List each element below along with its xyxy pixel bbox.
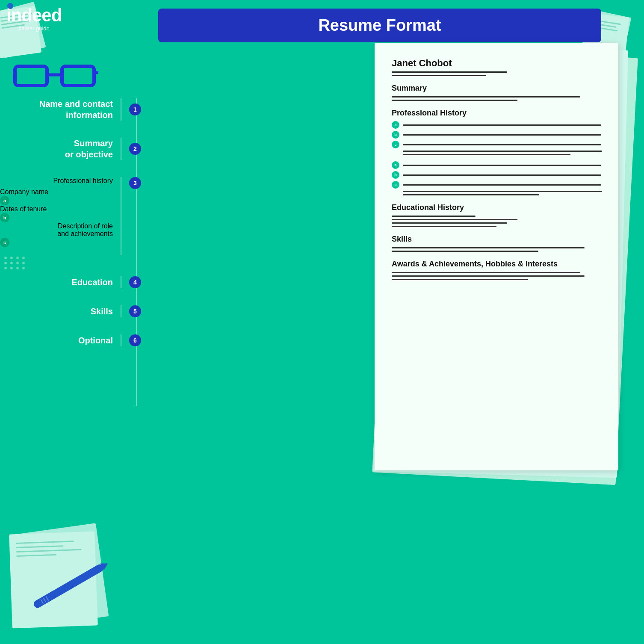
sidebar-sub-badge-c: c: [0, 238, 9, 247]
resume-edu-line3: [392, 222, 507, 224]
resume-section-awards: Awards & Achievements, Hobbies & Interes…: [392, 260, 601, 269]
resume-awards-line2: [392, 275, 585, 277]
sidebar-divider-5: [121, 305, 121, 317]
sidebar-label-optional: Optional: [78, 335, 113, 346]
resume-bullet-line-2c: [403, 184, 601, 186]
sidebar: Name and contact information 1 Summary o…: [0, 98, 141, 363]
resume-name-line1: [392, 71, 507, 73]
sidebar-label-skills: Skills: [91, 306, 113, 317]
sidebar-sub-badge-b: b: [0, 213, 9, 222]
sidebar-sub-company: Company name a: [0, 188, 113, 205]
sidebar-divider-2: [121, 138, 121, 160]
resume-summary-line2: [392, 100, 517, 101]
sidebar-badge-5: 5: [129, 305, 141, 317]
sidebar-divider-4: [121, 276, 121, 288]
sidebar-divider-3: [121, 177, 121, 255]
svg-rect-1: [62, 66, 94, 86]
resume-bullet-line-2b: [403, 174, 601, 176]
sidebar-sub-dates: Dates of tenure b: [0, 205, 113, 222]
resume-edu-line2: [392, 219, 517, 220]
resume-edu-line4: [392, 226, 496, 227]
resume-bullet-badge-2c: c: [392, 181, 399, 189]
resume-section-skills: Skills: [392, 235, 601, 244]
logo-subtitle: career guide: [6, 25, 62, 32]
resume-edu-line1: [392, 216, 476, 217]
resume-section-education: Educational History: [392, 203, 601, 212]
sidebar-badge-2: 2: [129, 143, 141, 155]
sidebar-label-summary: Summary or objective: [65, 138, 113, 160]
sidebar-sub-badge-a: a: [0, 196, 9, 205]
resume-pro-extra-1b: [403, 154, 570, 155]
resume-awards-line3: [392, 279, 528, 280]
page-title: Resume Format: [171, 16, 588, 35]
sidebar-item-optional: Optional 6: [0, 334, 141, 346]
title-banner: Resume Format: [158, 9, 601, 42]
logo-brand: indeed: [6, 6, 62, 24]
resume-name-line2: [392, 75, 486, 76]
resume-pro-bullet-1c: c: [392, 141, 601, 148]
sidebar-item-skills: Skills 5: [0, 305, 141, 317]
sidebar-label-education: Education: [71, 277, 113, 288]
resume-pro-bullet-2c: c: [392, 181, 601, 189]
resume-bullet-badge-1b: b: [392, 131, 399, 139]
resume-pro-bullet-2b: b: [392, 171, 601, 179]
resume-pro-extra-1a: [403, 151, 602, 152]
resume-skills-line1: [392, 247, 585, 248]
resume-bullet-badge-2a: a: [392, 161, 399, 169]
resume-pro-extra-2a: [403, 191, 602, 192]
sidebar-label-name-contact: Name and contact information: [39, 98, 113, 121]
resume-bullet-badge-1a: a: [392, 121, 399, 129]
sidebar-badge-3: 3: [129, 177, 141, 189]
resume-pro-extra-2b: [403, 194, 539, 195]
resume-bullet-line-1c: [403, 144, 601, 145]
sidebar-item-summary: Summary or objective 2: [0, 138, 141, 160]
resume-section-summary: Summary: [392, 84, 601, 93]
sidebar-divider-1: [121, 98, 121, 121]
resume-bullet-badge-1c: c: [392, 141, 399, 148]
resume-skills-line2: [392, 251, 538, 252]
resume-container: Janet Chobot Summary Professional Histor…: [375, 43, 635, 470]
deco-bottom-left: [9, 516, 120, 635]
resume-bullet-line-1a: [403, 124, 601, 126]
sidebar-divider-6: [121, 334, 121, 346]
resume-summary-line1: [392, 96, 580, 97]
sidebar-label-pro-history: Professional history: [0, 177, 113, 185]
resume-awards-line1: [392, 272, 580, 273]
resume-pro-bullet-1a: a: [392, 121, 601, 129]
resume-pro-bullet-1b: b: [392, 131, 601, 139]
sidebar-badge-1: 1: [129, 103, 141, 115]
sidebar-item-name-contact: Name and contact information 1: [0, 98, 141, 121]
resume-name: Janet Chobot: [392, 58, 601, 69]
svg-rect-0: [15, 66, 47, 86]
resume-pro-bullet-2a: a: [392, 161, 601, 169]
resume-bullet-line-2a: [403, 165, 601, 166]
sidebar-badge-4: 4: [129, 276, 141, 288]
sidebar-badge-6: 6: [129, 334, 141, 346]
sidebar-sub-desc: Description of role and achievements c: [0, 222, 113, 255]
resume-section-pro-history: Professional History: [392, 109, 601, 118]
sidebar-item-education: Education 4: [0, 276, 141, 288]
sidebar-item-pro-history: Professional history Company name a Date…: [0, 177, 141, 259]
indeed-logo: indeed career guide: [6, 6, 62, 32]
resume-paper: Janet Chobot Summary Professional Histor…: [375, 43, 618, 470]
resume-bullet-badge-2b: b: [392, 171, 399, 179]
glasses-icon: [13, 60, 94, 90]
resume-bullet-line-1b: [403, 134, 601, 136]
